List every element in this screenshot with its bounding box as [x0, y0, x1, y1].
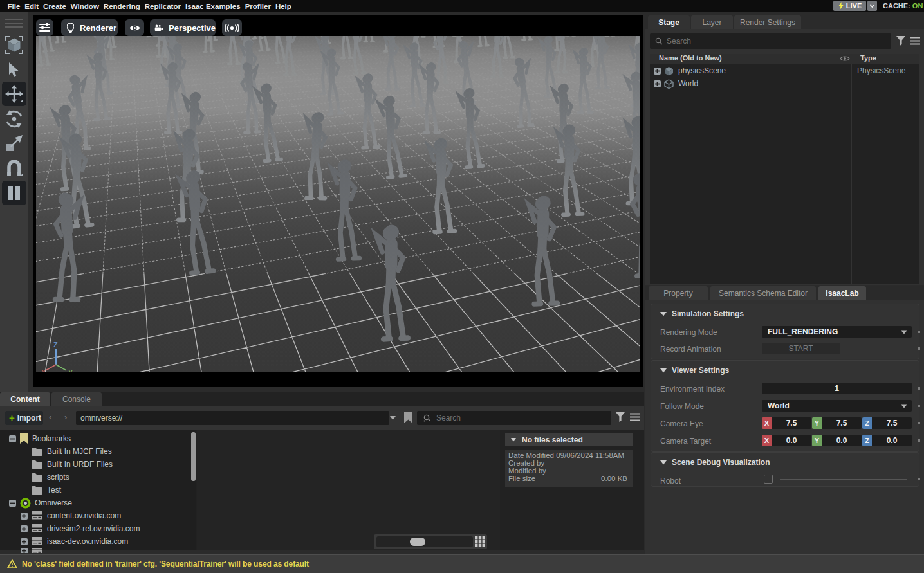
svg-text:X: X [41, 368, 46, 372]
svg-text:Z: Z [53, 341, 58, 349]
svg-text:Y: Y [68, 368, 73, 372]
